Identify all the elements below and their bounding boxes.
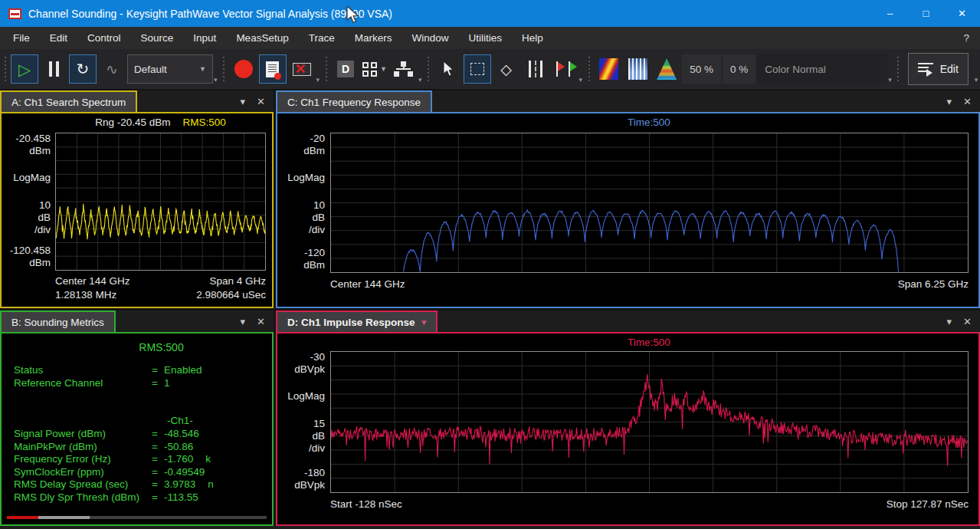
tab-label: C: Ch1 Frequency Response (287, 97, 421, 108)
discard-recording-button[interactable] (288, 54, 316, 84)
tab-impulse-response[interactable]: D: Ch1 Impulse Response ▾ (276, 310, 438, 332)
play-button[interactable]: ▷ (11, 54, 38, 84)
panel-menu-icon[interactable]: ▾ (947, 96, 952, 107)
panel-close-icon[interactable]: ✕ (963, 96, 972, 107)
panel-close-icon[interactable]: ✕ (963, 316, 972, 327)
close-button[interactable]: ✕ (944, 0, 980, 27)
persistence-icon (628, 58, 647, 80)
menu-utilities[interactable]: Utilities (458, 27, 512, 49)
panel-b-tabbar: B: Sounding Metrics ▾ ✕ (0, 310, 274, 332)
stop-time-label: Stop 127.87 nSec (887, 498, 969, 510)
color-mode-dropdown[interactable]: Color Normal (757, 54, 887, 84)
title-bar: Channel Sounding - Keysight PathWave Vec… (0, 0, 980, 27)
panel-close-icon[interactable]: ✕ (257, 316, 265, 327)
menu-window[interactable]: Window (402, 27, 458, 49)
marker-tool-button[interactable]: ◇ (493, 54, 520, 84)
band-markers-icon (529, 61, 542, 77)
menu-markers[interactable]: Markers (345, 27, 402, 49)
tab-sounding-metrics[interactable]: B: Sounding Metrics (0, 310, 116, 332)
panel-b-content: RMS:500 Status=EnabledReference Channel=… (0, 332, 274, 526)
trace-offset-field[interactable]: 0 % (723, 54, 755, 84)
display-d-button[interactable]: D (332, 54, 359, 84)
cumulative-history-button[interactable] (653, 54, 680, 84)
panel-close-icon[interactable]: ✕ (257, 96, 265, 107)
panel-c-content: Time:500 -20dBm LogMag 10dB/div -120dBm … (276, 112, 980, 308)
spectrogram-button[interactable] (595, 54, 622, 84)
metrics-rows: Status=EnabledReference Channel=1-Ch1-Si… (14, 364, 267, 504)
minimize-button[interactable]: – (872, 0, 908, 27)
scrollbar-thumb[interactable] (38, 516, 90, 519)
marker-group-arrow[interactable]: ▾ (579, 76, 583, 84)
panel-menu-icon[interactable]: ▾ (241, 96, 246, 107)
tab-label: B: Sounding Metrics (11, 317, 104, 328)
edit-group-arrow[interactable]: ▾ (975, 76, 978, 84)
preset-group-arrow[interactable]: ▾ (214, 76, 218, 84)
node-diagram-icon (394, 61, 414, 77)
chart-c-header: Time:500 (329, 117, 969, 128)
metrics-scrollbar[interactable] (7, 516, 267, 519)
recording-meas-button[interactable] (259, 54, 287, 84)
metric-row: RMS Delay Spread (sec)=3.9783n (14, 478, 267, 491)
vsa-app-icon (8, 8, 21, 19)
toolbar-grip (427, 57, 431, 81)
menu-trace[interactable]: Trace (299, 27, 345, 49)
record-button[interactable] (230, 54, 257, 84)
metric-row: MainPkPwr (dBm)=-50.86 (14, 441, 267, 454)
record-group-arrow[interactable]: ▾ (316, 76, 320, 84)
tab-dropdown-icon[interactable]: ▾ (422, 317, 427, 327)
x-axis-row-2: 1.28138 MHz 2.980664 uSec (55, 289, 266, 301)
channel-column-header: -Ch1- (14, 415, 267, 428)
measurement-setup-button[interactable] (390, 54, 418, 84)
spectrogram-icon (599, 58, 618, 80)
restart-button[interactable]: ↻ (69, 54, 97, 84)
menu-input[interactable]: Input (183, 27, 226, 49)
frequency-response-plot[interactable] (330, 133, 969, 273)
mouse-cursor (346, 6, 359, 25)
tab-frequency-response[interactable]: C: Ch1 Frequency Response (276, 90, 432, 112)
toolbar-grip (896, 57, 900, 81)
x-axis-row: Center 144 GHz Span 6.25 GHz (330, 278, 969, 290)
impulse-response-plot[interactable] (330, 351, 969, 493)
main-toolbar: ▷ ↻ ∿ Default ▼ ▾ ▾ D ▼ ▾ ◇ ▾ 50 % 0 % C… (0, 49, 980, 90)
panel-menu-icon[interactable]: ▾ (947, 316, 952, 327)
y-axis-top: -30dBVpk (277, 351, 325, 376)
diamond-marker-icon: ◇ (500, 61, 512, 78)
panel-menu-icon[interactable]: ▾ (241, 316, 246, 327)
offset-markers-button[interactable] (551, 54, 578, 84)
y-axis-bottom: -120.458dBm (2, 245, 51, 269)
menu-source[interactable]: Source (131, 27, 184, 49)
y-axis-per-div: 10dB/div (2, 199, 51, 236)
menu-control[interactable]: Control (77, 27, 131, 49)
metric-row: Status=Enabled (14, 364, 267, 377)
time-count: Time:500 (628, 337, 670, 348)
trace-transparency-field[interactable]: 50 % (682, 54, 721, 84)
layout-group-arrow[interactable]: ▾ (418, 76, 422, 84)
maximize-button[interactable]: □ (908, 0, 944, 27)
chart-a-header: Rng -20.45 dBm RMS:500 (54, 117, 267, 128)
menu-edit[interactable]: Edit (40, 27, 77, 49)
letter-d-icon: D (337, 61, 354, 77)
tab-search-spectrum[interactable]: A: Ch1 Search Spectrum (0, 90, 137, 112)
x-axis-row: Start -128 nSec Stop 127.87 nSec (330, 498, 969, 510)
help-icon[interactable]: ? (963, 32, 969, 44)
search-spectrum-plot[interactable] (55, 133, 266, 271)
preset-dropdown[interactable]: Default ▼ (127, 54, 213, 84)
band-power-button[interactable] (522, 54, 549, 84)
persistence-button[interactable] (624, 54, 651, 84)
menu-help[interactable]: Help (512, 27, 553, 49)
color-group-arrow[interactable]: ▾ (888, 76, 892, 84)
zoom-select-tool-button[interactable] (464, 54, 491, 84)
pointer-tool-button[interactable] (434, 54, 462, 84)
menu-file[interactable]: File (3, 27, 40, 49)
camera-x-icon (293, 63, 311, 76)
pause-button[interactable] (40, 54, 67, 84)
menu-bar: File Edit Control Source Input MeasSetup… (0, 27, 980, 49)
layout-grid-button[interactable]: ▼ (361, 54, 388, 84)
workspace: A: Ch1 Search Spectrum ▾ ✕ Rng -20.45 dB… (0, 90, 980, 529)
sweep-icon: ∿ (106, 61, 118, 78)
menu-meassetup[interactable]: MeasSetup (226, 27, 298, 49)
scrollbar-progress (7, 516, 38, 519)
sweep-button[interactable]: ∿ (98, 54, 126, 84)
edit-button[interactable]: Edit (908, 53, 969, 85)
acq-time-label: 2.980664 uSec (196, 289, 266, 301)
